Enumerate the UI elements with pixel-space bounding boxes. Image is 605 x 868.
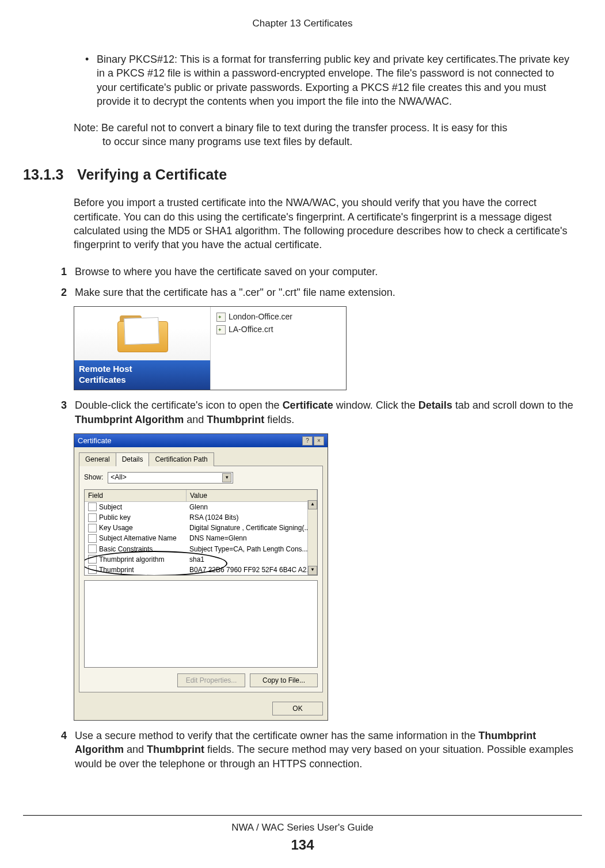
detail-value-box	[84, 580, 318, 668]
field-icon	[88, 545, 97, 553]
field-icon	[88, 565, 97, 574]
field-icon	[88, 534, 97, 543]
help-button[interactable]: ?	[302, 436, 313, 446]
footer-guide-title: NWA / WAC Series User's Guide	[0, 821, 605, 835]
page-header: Chapter 13 Certificates	[23, 17, 582, 31]
list-row[interactable]: Thumbprint algorithm sha1	[85, 554, 317, 565]
file-row[interactable]: ✦ LA-Office.crt	[216, 324, 340, 335]
section-number: 13.1.3	[23, 165, 69, 185]
tab-details[interactable]: Details	[116, 452, 150, 466]
details-listview[interactable]: Field Value Subject Glenn Public key RSA…	[84, 489, 318, 576]
close-button[interactable]: ×	[314, 436, 324, 446]
step-1-text: Browse to where you have the certificate…	[75, 265, 576, 279]
list-row[interactable]: Public key RSA (1024 Bits)	[85, 512, 317, 523]
chevron-down-icon[interactable]: ▾	[222, 473, 231, 482]
footer-rule	[23, 815, 582, 816]
step-number-4: 4	[59, 729, 67, 771]
section-heading: 13.1.3 Verifying a Certificate	[23, 165, 582, 185]
intro-paragraph: Before you import a trusted certificate …	[74, 196, 582, 252]
figure-folder-files: Remote Host Certificates ✦ London-Office…	[74, 306, 582, 390]
field-icon	[88, 513, 97, 522]
scrollbar[interactable]: ▲ ▼	[307, 500, 317, 575]
step-number-3: 3	[59, 398, 67, 427]
tab-certification-path[interactable]: Certification Path	[149, 452, 214, 466]
file-name: London-Office.cer	[229, 311, 292, 322]
folder-icon	[117, 315, 167, 352]
column-value[interactable]: Value	[187, 490, 317, 501]
folder-title: Remote Host Certificates	[74, 360, 210, 390]
dialog-titlebar: Certificate ? ×	[74, 434, 328, 448]
file-name: LA-Office.crt	[229, 324, 273, 335]
list-row[interactable]: Thumbprint B0A7 22B6 7960 FF92 52F4 6B4C…	[85, 565, 317, 575]
folder-title-line2: Certificates	[79, 375, 126, 384]
show-value: <All>	[111, 473, 126, 482]
step-4-text: Use a secure method to verify that the c…	[75, 729, 576, 771]
bullet-pkcs12: Binary PKCS#12: This is a format for tra…	[85, 52, 582, 108]
step-number-2: 2	[59, 285, 67, 299]
file-row[interactable]: ✦ London-Office.cer	[216, 311, 340, 322]
dialog-title: Certificate	[78, 436, 112, 446]
certificate-file-icon: ✦	[216, 313, 226, 322]
certificate-file-icon: ✦	[216, 325, 226, 334]
show-combobox[interactable]: <All> ▾	[108, 472, 233, 484]
ok-button[interactable]: OK	[272, 702, 323, 715]
section-title: Verifying a Certificate	[77, 165, 227, 185]
list-row[interactable]: Basic Constraints Subject Type=CA, Path …	[85, 544, 317, 554]
list-row[interactable]: Subject Alternative Name DNS Name=Glenn	[85, 533, 317, 543]
show-label: Show:	[84, 473, 103, 482]
note-text-line1: Be careful not to convert a binary file …	[101, 122, 507, 134]
footer-page-number: 134	[0, 836, 605, 854]
scroll-down-icon[interactable]: ▼	[308, 566, 317, 575]
tab-general[interactable]: General	[79, 452, 116, 466]
step-3-text: Double-click the certificate's icon to o…	[75, 398, 576, 427]
note-prefix: Note:	[74, 122, 101, 134]
list-row[interactable]: Subject Glenn	[85, 502, 317, 512]
step-number-1: 1	[59, 265, 67, 279]
field-icon	[88, 502, 97, 511]
step-2-text: Make sure that the certificate has a ".c…	[75, 285, 576, 299]
scroll-up-icon[interactable]: ▲	[308, 500, 317, 509]
note-text-line2: to occur since many programs use text fi…	[74, 135, 576, 149]
figure-certificate-dialog: Certificate ? × General Details Certific…	[74, 433, 582, 721]
field-icon	[88, 555, 97, 564]
list-row[interactable]: Key Usage Digital Signature , Certificat…	[85, 523, 317, 533]
note-block: Note: Be careful not to convert a binary…	[74, 121, 582, 149]
edit-properties-button: Edit Properties...	[177, 673, 245, 687]
folder-title-line1: Remote Host	[79, 364, 132, 374]
field-icon	[88, 524, 97, 532]
copy-to-file-button[interactable]: Copy to File...	[250, 673, 318, 687]
column-field[interactable]: Field	[85, 490, 187, 501]
